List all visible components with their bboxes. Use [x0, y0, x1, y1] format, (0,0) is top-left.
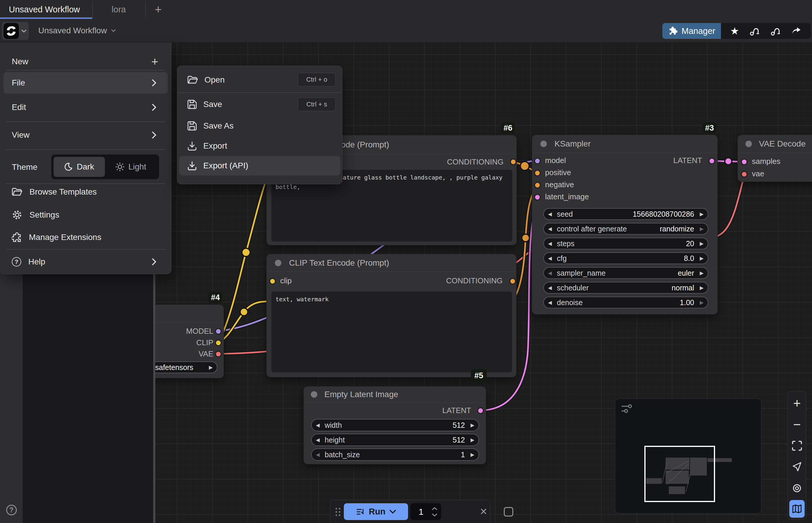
batch-count-stepper[interactable]: 1 — [411, 503, 441, 520]
node-clip-text-encode-negative[interactable]: CLIP Text Encode (Prompt) clip CONDITION… — [266, 254, 516, 377]
menu-item-manage-extensions[interactable]: Manage Extensions — [12, 230, 101, 245]
widget-cfg[interactable]: ◀ cfg 8.0 ▶ — [543, 252, 708, 264]
increment-arrow-icon[interactable]: ▶ — [696, 300, 703, 306]
increment-arrow-icon[interactable]: ▶ — [467, 452, 474, 458]
increment-arrow-icon[interactable]: ▶ — [696, 240, 703, 247]
widget-sampler-name[interactable]: ◀ sampler_name euler ▶ — [543, 267, 708, 279]
star-icon[interactable]: ★ — [730, 25, 739, 37]
submenu-item-save-as[interactable]: Save As — [187, 116, 234, 136]
output-slot-dot-model[interactable] — [215, 328, 222, 335]
toggle-link-visibility-button[interactable] — [788, 479, 807, 498]
output-slot-dot[interactable] — [477, 408, 484, 414]
menu-item-view[interactable]: View — [12, 124, 30, 146]
plus-icon[interactable]: + — [151, 56, 158, 68]
input-slot-dot-clip[interactable] — [269, 278, 276, 285]
tab-unsaved-workflow[interactable]: Unsaved Workflow — [0, 0, 92, 19]
decrement-arrow-icon[interactable]: ◀ — [316, 422, 323, 428]
decrement-arrow-icon[interactable]: ◀ — [316, 437, 323, 443]
output-slot-dot[interactable] — [709, 158, 715, 164]
output-slot-dot[interactable] — [509, 278, 516, 285]
menu-item-file[interactable]: File — [3, 72, 168, 94]
share-icon[interactable] — [791, 26, 802, 36]
workflow-title-dropdown[interactable]: Unsaved Workflow — [38, 19, 116, 42]
fit-view-button[interactable] — [788, 436, 807, 455]
widget-scheduler[interactable]: ◀ scheduler normal ▶ — [543, 282, 708, 294]
widget-width[interactable]: ◀ width 512 ▶ — [311, 419, 479, 431]
run-button[interactable]: Run — [344, 503, 408, 520]
widget-steps[interactable]: ◀ steps 20 ▶ — [543, 238, 708, 249]
chevron-down-icon[interactable] — [390, 510, 396, 514]
output-slot-dot[interactable] — [510, 159, 516, 165]
drag-handle-icon[interactable] — [335, 507, 341, 517]
widget-seed[interactable]: ◀ seed 156680208700286 ▶ — [543, 208, 708, 220]
node-ksampler[interactable]: KSampler model positive negative latent_… — [532, 135, 718, 314]
decrement-arrow-icon[interactable]: ◀ — [548, 226, 556, 232]
widget-control-after-generate[interactable]: ◀ control after generate randomize ▶ — [543, 223, 708, 235]
tab-lora[interactable]: lora — [92, 0, 145, 19]
stop-icon[interactable] — [504, 507, 513, 517]
increment-arrow-icon[interactable]: ▶ — [205, 364, 213, 371]
menu-item-browse-templates[interactable]: Browse Templates — [12, 184, 97, 199]
menu-item-new[interactable]: New — [12, 53, 28, 70]
output-slot-dot-vae[interactable] — [215, 351, 222, 357]
toggle-minimap-button[interactable] — [789, 500, 805, 518]
increment-arrow-icon[interactable]: ▶ — [467, 437, 474, 443]
input-slot-dot-latent-image[interactable] — [534, 194, 541, 200]
input-slot-dot-model[interactable] — [534, 158, 541, 164]
minimap-viewport[interactable] — [644, 446, 715, 502]
decrement-arrow-icon[interactable]: ◀ — [316, 452, 323, 458]
manager-button[interactable]: Manager — [662, 23, 721, 39]
decrement-arrow-icon[interactable]: ◀ — [548, 211, 556, 217]
submenu-item-export-api[interactable]: Export (API) — [179, 156, 340, 176]
widget-denoise[interactable]: ◀ denoise 1.00 ▶ — [543, 296, 708, 308]
submenu-item-open[interactable]: Open — [187, 70, 225, 90]
increment-arrow-icon[interactable]: ▶ — [696, 255, 703, 262]
increment-arrow-icon[interactable]: ▶ — [696, 270, 703, 276]
new-tab-plus-icon[interactable]: + — [152, 3, 165, 16]
prompt-text-widget[interactable]: text, watermark — [271, 292, 512, 372]
help-circle-icon[interactable]: ? — [0, 505, 23, 515]
increment-arrow-icon[interactable]: ▶ — [467, 422, 474, 428]
submenu-item-save[interactable]: Save — [187, 95, 222, 114]
menu-item-help[interactable]: ? Help — [12, 253, 45, 271]
theme-dark-option[interactable]: Dark — [54, 157, 105, 177]
app-menu-button[interactable] — [2, 22, 29, 40]
input-slot-dot-negative[interactable] — [534, 182, 541, 188]
step-down-icon[interactable] — [432, 513, 437, 517]
node-collapse-dot[interactable] — [275, 260, 281, 266]
node-collapse-dot[interactable] — [745, 141, 752, 147]
vacuum-off-icon[interactable] — [770, 26, 781, 36]
node-empty-latent-image[interactable]: Empty Latent Image LATENT ◀ width 512 ▶ … — [303, 386, 486, 464]
minimap-settings-icon[interactable] — [621, 403, 632, 414]
canvas-toolbar: + − — [787, 391, 806, 520]
zoom-out-button[interactable]: − — [788, 415, 807, 434]
decrement-arrow-icon[interactable]: ◀ — [548, 270, 556, 276]
widget-batch-size[interactable]: ◀ batch_size 1 ▶ — [311, 448, 479, 461]
select-mode-button[interactable] — [788, 457, 807, 476]
vacuum-icon[interactable] — [749, 26, 760, 36]
node-collapse-dot[interactable] — [311, 391, 317, 398]
input-slot-dot-positive[interactable] — [534, 170, 541, 176]
step-up-icon[interactable] — [432, 507, 437, 510]
decrement-arrow-icon[interactable]: ◀ — [548, 255, 556, 262]
increment-arrow-icon[interactable]: ▶ — [696, 285, 703, 291]
decrement-arrow-icon[interactable]: ◀ — [548, 300, 556, 306]
output-slot-dot-clip[interactable] — [215, 340, 222, 346]
zoom-in-button[interactable]: + — [788, 394, 807, 413]
decrement-arrow-icon[interactable]: ◀ — [548, 285, 556, 291]
submenu-item-export[interactable]: Export — [187, 137, 227, 155]
menu-item-settings[interactable]: Settings — [12, 208, 59, 222]
increment-arrow-icon[interactable]: ▶ — [696, 226, 703, 232]
node-vae-decode[interactable]: VAE Decode samples vae — [737, 135, 812, 182]
widget-height[interactable]: ◀ height 512 ▶ — [311, 434, 479, 446]
input-slot-dot-vae[interactable] — [741, 171, 748, 178]
cancel-run-icon[interactable]: × — [480, 505, 487, 518]
decrement-arrow-icon[interactable]: ◀ — [548, 240, 556, 247]
minimap[interactable] — [615, 399, 761, 513]
fit-view-icon — [792, 441, 802, 451]
theme-light-option[interactable]: Light — [105, 157, 157, 177]
increment-arrow-icon[interactable]: ▶ — [696, 211, 703, 217]
node-collapse-dot[interactable] — [540, 141, 547, 147]
input-slot-dot-samples[interactable] — [741, 159, 748, 165]
menu-item-edit[interactable]: Edit — [12, 97, 26, 118]
